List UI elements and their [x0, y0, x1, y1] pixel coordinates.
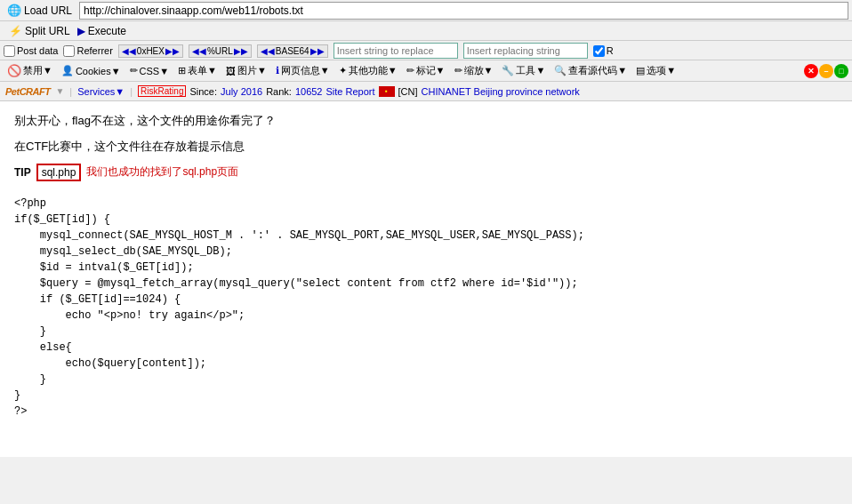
since-label: Since:	[189, 86, 217, 97]
css-icon: ✏	[130, 65, 138, 76]
forbid-menu[interactable]: 🚫 禁用▼	[4, 63, 56, 78]
options-toolbar: Post data Referrer ◀◀ 0xHEX ▶▶ ◀◀ %URL ▶…	[0, 41, 852, 60]
close-button[interactable]: ✕	[804, 64, 818, 78]
content-line2: 在CTF比赛中，这个文件往在存放着提示信息	[14, 138, 838, 156]
mark-label: 标记▼	[416, 64, 446, 77]
r-checkbox[interactable]	[593, 45, 605, 57]
cn-flag: ▪	[379, 86, 395, 97]
base64-button[interactable]: ◀◀ BASE64 ▶▶	[257, 44, 328, 58]
cookies-menu[interactable]: 👤 Cookies▼	[58, 64, 125, 77]
options-icon: ▤	[636, 65, 645, 76]
tip-line: TIP sql.php 我们也成功的找到了sql.php页面	[14, 164, 838, 181]
cookies-icon: 👤	[61, 65, 74, 76]
view-source-icon: 🔍	[554, 65, 567, 76]
load-url-toolbar: 🌐 Load URL	[0, 0, 852, 21]
post-data-label: Post data	[17, 45, 58, 56]
rank-label: Rank:	[266, 86, 292, 97]
table-label: 表单▼	[188, 64, 217, 77]
percent-url-button[interactable]: ◀◀ %URL ▶▶	[189, 44, 252, 58]
css-label: CSS▼	[140, 66, 170, 76]
globe-icon: 🌐	[7, 4, 21, 17]
options-menu[interactable]: ▤ 选项▼	[632, 63, 679, 78]
cn-label: [CN]	[398, 86, 418, 97]
mark-icon: ✏	[406, 65, 414, 76]
info-icon: ℹ	[276, 65, 279, 76]
insert-replacing-string-input[interactable]	[463, 43, 588, 59]
split-execute-toolbar: ⚡ Split URL ▶ Execute	[0, 21, 852, 41]
post-data-option[interactable]: Post data	[4, 45, 58, 57]
network-link[interactable]: CHINANET Beijing province network	[422, 86, 580, 97]
percent-url-label: %URL	[207, 46, 233, 56]
tip-label: TIP	[14, 166, 31, 179]
load-url-button[interactable]: 🌐 Load URL	[4, 3, 76, 18]
split-url-button[interactable]: ⚡ Split URL	[5, 24, 74, 38]
images-icon: 🖼	[226, 66, 236, 76]
options-label: 选项▼	[647, 64, 676, 77]
images-label: 图片▼	[237, 64, 267, 77]
content-line1: 别太开心，flag不在这，这个文件的用途你看完了？	[14, 112, 838, 131]
r-option[interactable]: R	[593, 45, 614, 57]
load-url-label: Load URL	[24, 4, 72, 17]
zoom-menu[interactable]: ✏ 缩放▼	[451, 63, 497, 78]
services-link[interactable]: Services▼	[77, 86, 125, 97]
other-menu[interactable]: ✦ 其他功能▼	[335, 63, 401, 78]
referrer-checkbox[interactable]	[63, 45, 75, 57]
r-label: R	[607, 45, 614, 56]
cookies-label: Cookies▼	[76, 66, 121, 76]
risk-rating-badge: RiskRating	[138, 85, 186, 97]
petcraft-logo: PetCRAFT	[5, 86, 50, 97]
info-bar: PetCRAFT ▼ | Services▼ | RiskRating Sinc…	[0, 82, 852, 101]
site-report-link[interactable]: Site Report	[326, 86, 374, 97]
post-data-checkbox[interactable]	[4, 45, 15, 57]
window-controls: ✕ – □	[804, 64, 848, 78]
hex-button[interactable]: ◀◀ 0xHEX ▶▶	[118, 44, 183, 58]
code-block: <?php if($_GET[id]) { mysql_connect(SAE_…	[14, 196, 838, 420]
view-source-menu[interactable]: 🔍 查看源代码▼	[551, 63, 631, 78]
tools-icon: 🔧	[502, 65, 514, 76]
mark-menu[interactable]: ✏ 标记▼	[403, 63, 449, 78]
table-icon: ⊞	[178, 65, 186, 76]
zoom-icon: ✏	[454, 65, 462, 76]
insert-string-replace-input[interactable]	[334, 43, 458, 59]
since-date-link[interactable]: July 2016	[221, 86, 262, 97]
split-url-label: Split URL	[25, 25, 70, 37]
view-source-label: 查看源代码▼	[568, 64, 627, 77]
referrer-option[interactable]: Referrer	[63, 45, 112, 57]
info-menu[interactable]: ℹ 网页信息▼	[272, 63, 334, 78]
forbid-label: 禁用▼	[23, 64, 52, 77]
other-label: 其他功能▼	[349, 64, 398, 77]
css-menu[interactable]: ✏ CSS▼	[126, 64, 173, 77]
maximize-button[interactable]: □	[834, 64, 848, 78]
rank-value-link[interactable]: 10652	[295, 86, 323, 97]
table-menu[interactable]: ⊞ 表单▼	[174, 63, 221, 78]
execute-button[interactable]: ▶ Execute	[74, 24, 130, 38]
minimize-button[interactable]: –	[819, 64, 833, 78]
other-icon: ✦	[339, 65, 347, 76]
main-content: 别太开心，flag不在这，这个文件的用途你看完了？ 在CTF比赛中，这个文件往在…	[0, 101, 852, 457]
tools-menu[interactable]: 🔧 工具▼	[498, 63, 549, 78]
main-menu-bar: 🚫 禁用▼ 👤 Cookies▼ ✏ CSS▼ ⊞ 表单▼ 🖼 图片▼ ℹ 网页…	[0, 60, 852, 82]
tip-link[interactable]: 我们也成功的找到了sql.php页面	[86, 164, 238, 180]
split-icon: ⚡	[9, 25, 22, 37]
info-label: 网页信息▼	[281, 64, 330, 77]
execute-icon: ▶	[77, 25, 85, 37]
images-menu[interactable]: 🖼 图片▼	[222, 63, 270, 78]
zoom-label: 缩放▼	[464, 64, 494, 77]
url-input[interactable]	[79, 2, 848, 20]
referrer-label: Referrer	[76, 45, 112, 56]
hex-label: 0xHEX	[137, 46, 165, 56]
execute-label: Execute	[88, 25, 126, 37]
sql-php-box: sql.php	[36, 164, 82, 181]
tools-label: 工具▼	[516, 64, 545, 77]
base64-label: BASE64	[276, 46, 309, 56]
